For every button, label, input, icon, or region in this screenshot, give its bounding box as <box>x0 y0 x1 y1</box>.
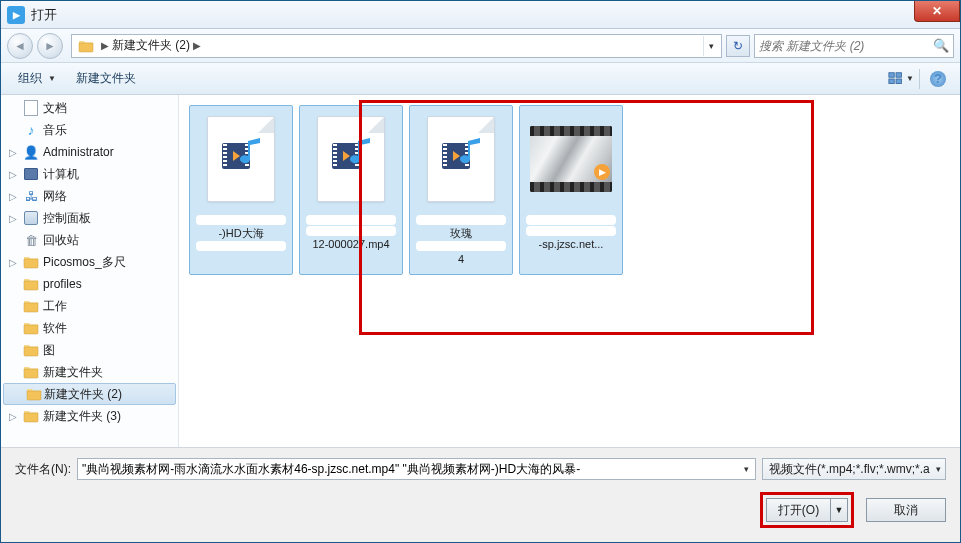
open-dropdown-button[interactable]: ▼ <box>830 498 848 522</box>
nav-forward-button[interactable]: ► <box>37 33 63 59</box>
file-thumbnail <box>200 110 282 208</box>
sidebar-item--[interactable]: ▷计算机 <box>1 163 178 185</box>
help-button[interactable]: ? <box>924 67 952 91</box>
address-bar[interactable]: ▶ 新建文件夹 (2) ▶ ▾ <box>71 34 722 58</box>
bin-icon: 🗑 <box>23 232 39 248</box>
doc-icon <box>23 100 39 116</box>
sidebar-item-label: 新建文件夹 (3) <box>43 408 121 425</box>
filename-input[interactable] <box>82 462 742 476</box>
close-icon: ✕ <box>932 4 942 18</box>
sidebar-item-label: 网络 <box>43 188 67 205</box>
sidebar-item--[interactable]: 文档 <box>1 97 178 119</box>
user-icon: 👤 <box>23 144 39 160</box>
chevron-down-icon: ▼ <box>906 74 914 83</box>
folder-icon <box>23 254 39 270</box>
refresh-icon: ↻ <box>733 39 743 53</box>
pc-icon <box>23 166 39 182</box>
sidebar-item-picosmos-[interactable]: ▷Picosmos_多尺 <box>1 251 178 273</box>
expand-icon[interactable]: ▷ <box>7 168 19 180</box>
file-label: -sp.jzsc.net... <box>522 214 620 251</box>
file-label: -)HD大海 <box>192 214 290 252</box>
sidebar-item-profiles[interactable]: profiles <box>1 273 178 295</box>
file-open-dialog: ▶ 打开 ✕ ◄ ► ▶ 新建文件夹 (2) ▶ ▾ ↻ 🔍 组织 ▼ <box>0 0 961 543</box>
svg-rect-2 <box>889 79 894 83</box>
sidebar-item--[interactable]: ♪音乐 <box>1 119 178 141</box>
view-mode-button[interactable]: ▼ <box>887 67 915 91</box>
sidebar-item--[interactable]: 新建文件夹 <box>1 361 178 383</box>
expand-icon[interactable]: ▷ <box>7 190 19 202</box>
sidebar-item-label: 软件 <box>43 320 67 337</box>
sidebar-item-label: 音乐 <box>43 122 67 139</box>
file-thumbnail <box>420 110 502 208</box>
sidebar-item-label: 文档 <box>43 100 67 117</box>
sidebar-item-label: 回收站 <box>43 232 79 249</box>
sidebar-item--3-[interactable]: ▷新建文件夹 (3) <box>1 405 178 427</box>
sidebar-item-label: 新建文件夹 (2) <box>44 386 122 403</box>
file-filter-dropdown[interactable]: 视频文件(*.mp4;*.flv;*.wmv;*.a ▾ <box>762 458 946 480</box>
close-button[interactable]: ✕ <box>914 1 960 22</box>
nav-row: ◄ ► ▶ 新建文件夹 (2) ▶ ▾ ↻ 🔍 <box>1 29 960 63</box>
folder-icon <box>23 276 39 292</box>
window-title: 打开 <box>31 6 57 24</box>
app-icon: ▶ <box>7 6 25 24</box>
sidebar-item--[interactable]: ▷🖧网络 <box>1 185 178 207</box>
sidebar-item-label: 计算机 <box>43 166 79 183</box>
sidebar-item-label: 工作 <box>43 298 67 315</box>
address-dropdown[interactable]: ▾ <box>703 36 719 56</box>
filename-field[interactable]: ▾ <box>77 458 756 480</box>
filename-label: 文件名(N): <box>15 461 71 478</box>
chevron-down-icon: ▼ <box>48 74 56 83</box>
sidebar-item-label: Picosmos_多尺 <box>43 254 126 271</box>
file-label: 玫瑰4 <box>412 214 510 267</box>
file-item[interactable]: -)HD大海 <box>189 105 293 275</box>
folder-icon <box>23 298 39 314</box>
sidebar-item-label: profiles <box>43 277 82 291</box>
expand-icon[interactable]: ▷ <box>7 212 19 224</box>
folder-icon <box>23 342 39 358</box>
sidebar-item--[interactable]: 🗑回收站 <box>1 229 178 251</box>
cancel-button[interactable]: 取消 <box>866 498 946 522</box>
sidebar-item--[interactable]: 图 <box>1 339 178 361</box>
net-icon: 🖧 <box>23 188 39 204</box>
file-label: 12-000027.mp4 <box>302 214 400 251</box>
file-pane[interactable]: -)HD大海12-000027.mp4玫瑰4▶-sp.jzsc.net... <box>179 95 960 447</box>
file-item[interactable]: ▶-sp.jzsc.net... <box>519 105 623 275</box>
search-input[interactable] <box>759 39 933 53</box>
sidebar-item-label: 图 <box>43 342 55 359</box>
expand-icon[interactable]: ▷ <box>7 410 19 422</box>
filename-dropdown[interactable]: ▾ <box>742 464 751 474</box>
sidebar-item-label: 新建文件夹 <box>43 364 103 381</box>
svg-rect-3 <box>896 79 901 83</box>
chevron-right-icon[interactable]: ▶ <box>98 40 112 51</box>
footer: 文件名(N): ▾ 视频文件(*.mp4;*.flv;*.wmv;*.a ▾ 打… <box>1 447 960 542</box>
thumbnails-icon <box>888 71 904 87</box>
folder-icon <box>23 364 39 380</box>
nav-back-button[interactable]: ◄ <box>7 33 33 59</box>
sidebar-item--[interactable]: ▷控制面板 <box>1 207 178 229</box>
expand-icon[interactable]: ▷ <box>7 256 19 268</box>
sidebar-item--[interactable]: 软件 <box>1 317 178 339</box>
refresh-button[interactable]: ↻ <box>726 35 750 57</box>
sidebar-item--[interactable]: 工作 <box>1 295 178 317</box>
search-icon[interactable]: 🔍 <box>933 38 949 54</box>
file-item[interactable]: 12-000027.mp4 <box>299 105 403 275</box>
music-icon: ♪ <box>23 122 39 138</box>
new-folder-button[interactable]: 新建文件夹 <box>67 66 145 91</box>
open-button[interactable]: 打开(O) <box>766 498 830 522</box>
svg-rect-1 <box>896 72 901 76</box>
chevron-right-icon[interactable]: ▶ <box>190 40 204 51</box>
sidebar-item--2-[interactable]: 新建文件夹 (2) <box>3 383 176 405</box>
file-thumbnail <box>310 110 392 208</box>
file-item[interactable]: 玫瑰4 <box>409 105 513 275</box>
search-box[interactable]: 🔍 <box>754 34 954 58</box>
expand-icon[interactable]: ▷ <box>7 146 19 158</box>
folder-icon <box>23 408 39 424</box>
organize-button[interactable]: 组织 ▼ <box>9 66 65 91</box>
open-button-highlight: 打开(O) ▼ <box>760 492 854 528</box>
sidebar[interactable]: 文档♪音乐▷👤Administrator▷计算机▷🖧网络▷控制面板🗑回收站▷Pi… <box>1 95 179 447</box>
chevron-down-icon: ▾ <box>936 464 941 474</box>
sidebar-item-label: 控制面板 <box>43 210 91 227</box>
help-icon: ? <box>930 71 946 87</box>
sidebar-item-administrator[interactable]: ▷👤Administrator <box>1 141 178 163</box>
address-segment[interactable]: 新建文件夹 (2) <box>112 37 190 54</box>
